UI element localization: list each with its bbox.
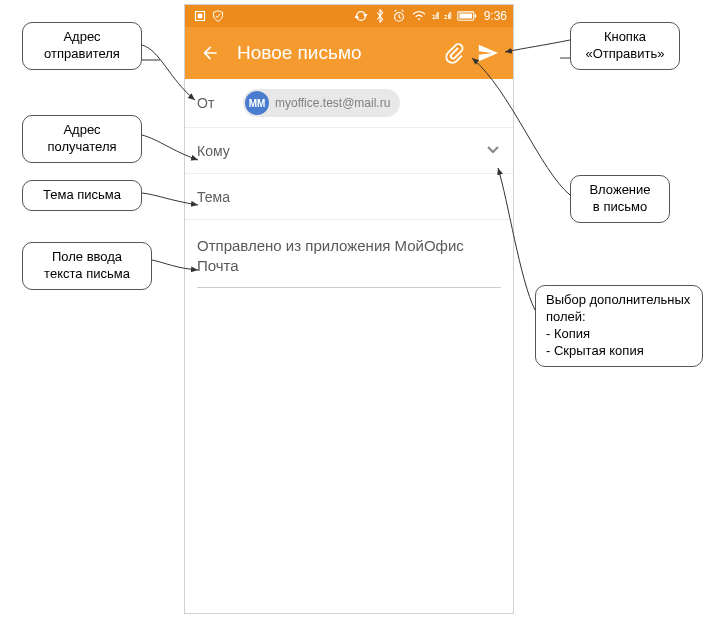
callout-recipient: Адрес получателя <box>22 115 142 163</box>
callout-sender: Адрес отправителя <box>22 22 142 70</box>
callout-body: Поле ввода текста письма <box>22 242 152 290</box>
callout-expand: Выбор дополнительных полей: - Копия - Ск… <box>535 285 703 367</box>
callout-subject: Тема письма <box>22 180 142 211</box>
callout-attach: Вложение в письмо <box>570 175 670 223</box>
callout-send: Кнопка «Отправить» <box>570 22 680 70</box>
